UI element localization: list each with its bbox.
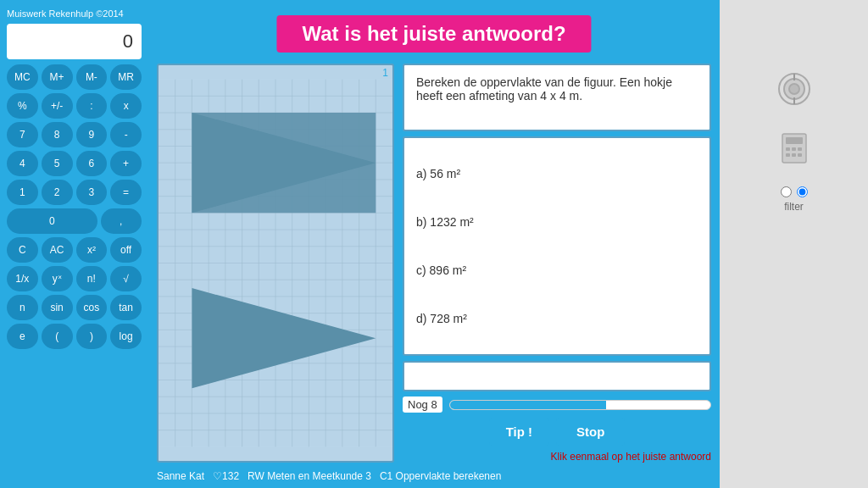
calc-n[interactable]: n xyxy=(7,295,38,320)
calc-c[interactable]: C xyxy=(7,237,38,263)
calc-ac[interactable]: AC xyxy=(42,237,73,263)
calc-buttons: MC M+ M- MR % +/- : x 7 8 9 - 4 5 6 + 1 xyxy=(7,64,142,349)
svg-rect-47 xyxy=(798,147,802,151)
calc-divide[interactable]: : xyxy=(76,93,108,119)
target-icon-btn[interactable] xyxy=(773,68,815,110)
figure-area: 1 xyxy=(157,64,394,463)
calc-mminus[interactable]: M- xyxy=(76,64,108,90)
progress-bar-container xyxy=(449,400,711,410)
filter-radio-1[interactable] xyxy=(781,186,792,197)
calc-row-10: e ( ) log xyxy=(7,324,142,349)
bottom-bar: Sanne Kat ♡132 RW Meten en Meetkunde 3 C… xyxy=(148,464,720,488)
calc-e[interactable]: e xyxy=(7,324,38,349)
calc-nfact[interactable]: n! xyxy=(76,266,108,291)
svg-rect-49 xyxy=(792,153,796,157)
calc-sqrt[interactable]: √ xyxy=(110,266,142,291)
calc-cos[interactable]: cos xyxy=(76,295,108,320)
calc-comma[interactable]: , xyxy=(101,208,142,234)
action-row: Tip ! Stop xyxy=(403,418,711,446)
question-text: Bereken de oppervlakte van de figuur. Ee… xyxy=(416,75,672,103)
calculator-panel: Muiswerk Rekenhulp ©2014 0 MC M+ M- MR %… xyxy=(0,0,148,488)
answer-d[interactable]: d) 728 m² xyxy=(416,308,698,329)
calc-mr[interactable]: MR xyxy=(110,64,142,90)
title-text: Wat is het juiste antwoord? xyxy=(302,22,565,45)
calc-log[interactable]: log xyxy=(110,324,142,349)
hint-text: Klik eenmaal op het juiste antwoord xyxy=(403,451,711,463)
answer-d-label: d) xyxy=(416,312,430,325)
answer-a[interactable]: a) 56 m² xyxy=(416,164,698,184)
calc-icon-btn[interactable] xyxy=(773,127,815,169)
calc-7[interactable]: 7 xyxy=(7,122,38,147)
calc-percent[interactable]: % xyxy=(7,93,38,119)
progress-row: Nog 8 xyxy=(403,396,711,413)
calc-header: Muiswerk Rekenhulp ©2014 xyxy=(7,8,124,19)
calc-equals[interactable]: = xyxy=(110,180,142,205)
svg-rect-46 xyxy=(792,147,796,151)
calc-add[interactable]: + xyxy=(110,151,142,176)
answer-c-value: 896 m² xyxy=(430,263,467,277)
calc-5[interactable]: 5 xyxy=(42,151,73,176)
calc-3[interactable]: 3 xyxy=(76,180,108,205)
answer-c[interactable]: c) 896 m² xyxy=(416,260,698,280)
calc-display: 0 xyxy=(7,24,142,59)
calc-row-1: MC M+ M- MR xyxy=(7,64,142,90)
calc-mc[interactable]: MC xyxy=(7,64,38,90)
main-content: 1 xyxy=(157,64,711,463)
figure-number: 1 xyxy=(382,67,388,79)
calc-2[interactable]: 2 xyxy=(42,180,73,205)
calc-value: 0 xyxy=(123,30,133,53)
title-banner: Wat is het juiste antwoord? xyxy=(276,15,591,53)
answer-b-label: b) xyxy=(416,215,430,229)
answer-d-value: 728 m² xyxy=(430,312,467,325)
right-sidebar: filter xyxy=(720,0,868,488)
bottom-name: Sanne Kat xyxy=(157,470,204,482)
target-icon xyxy=(776,70,813,108)
calc-tan[interactable]: tan xyxy=(110,295,142,320)
svg-rect-44 xyxy=(786,137,803,144)
calc-8[interactable]: 8 xyxy=(42,122,73,147)
tip-button[interactable]: Tip ! xyxy=(489,418,549,446)
calc-lparen[interactable]: ( xyxy=(42,324,73,349)
calc-row-7: C AC x² off xyxy=(7,237,142,263)
bottom-chapter: C1 Oppervlakte berekenen xyxy=(380,470,501,482)
calc-1[interactable]: 1 xyxy=(7,180,38,205)
calc-row-6: 0 , xyxy=(7,208,142,234)
calc-off[interactable]: off xyxy=(110,237,142,263)
bottom-subject: RW Meten en Meetkunde 3 xyxy=(248,470,371,482)
svg-rect-48 xyxy=(786,153,790,157)
svg-rect-50 xyxy=(798,153,802,157)
radio-row xyxy=(781,186,808,197)
filter-radio-2[interactable] xyxy=(797,186,808,197)
answer-a-label: a) xyxy=(416,167,430,180)
question-box: Bereken de oppervlakte van de figuur. Ee… xyxy=(403,64,711,131)
answer-b[interactable]: b) 1232 m² xyxy=(416,212,698,232)
calc-0[interactable]: 0 xyxy=(7,208,97,234)
calc-4[interactable]: 4 xyxy=(7,151,38,176)
calc-1x[interactable]: 1/x xyxy=(7,266,38,291)
question-area: Bereken de oppervlakte van de figuur. Ee… xyxy=(403,64,711,463)
calc-mplus[interactable]: M+ xyxy=(42,64,73,90)
calc-yx[interactable]: yˣ xyxy=(42,266,73,291)
calc-9[interactable]: 9 xyxy=(76,122,108,147)
calc-row-2: % +/- : x xyxy=(7,93,142,119)
calc-6[interactable]: 6 xyxy=(76,151,108,176)
calc-row-4: 4 5 6 + xyxy=(7,151,142,176)
calc-subtract[interactable]: - xyxy=(110,122,142,147)
stop-button[interactable]: Stop xyxy=(556,418,625,446)
grid-svg xyxy=(159,65,392,461)
calc-rparen[interactable]: ) xyxy=(76,324,108,349)
filter-label: filter xyxy=(784,201,804,213)
calc-plusminus[interactable]: +/- xyxy=(42,93,73,119)
answer-c-label: c) xyxy=(416,263,430,277)
bottom-heart: ♡132 xyxy=(213,470,239,482)
calc-row-9: n sin cos tan xyxy=(7,295,142,320)
calc-multiply[interactable]: x xyxy=(110,93,142,119)
calc-row-5: 1 2 3 = xyxy=(7,180,142,205)
calc-sin[interactable]: sin xyxy=(42,295,73,320)
svg-rect-45 xyxy=(786,147,790,151)
svg-point-40 xyxy=(789,84,799,94)
answer-a-value: 56 m² xyxy=(430,167,460,180)
calc-row-3: 7 8 9 - xyxy=(7,122,142,147)
progress-bar-fill xyxy=(450,401,606,409)
calc-x2[interactable]: x² xyxy=(76,237,108,263)
